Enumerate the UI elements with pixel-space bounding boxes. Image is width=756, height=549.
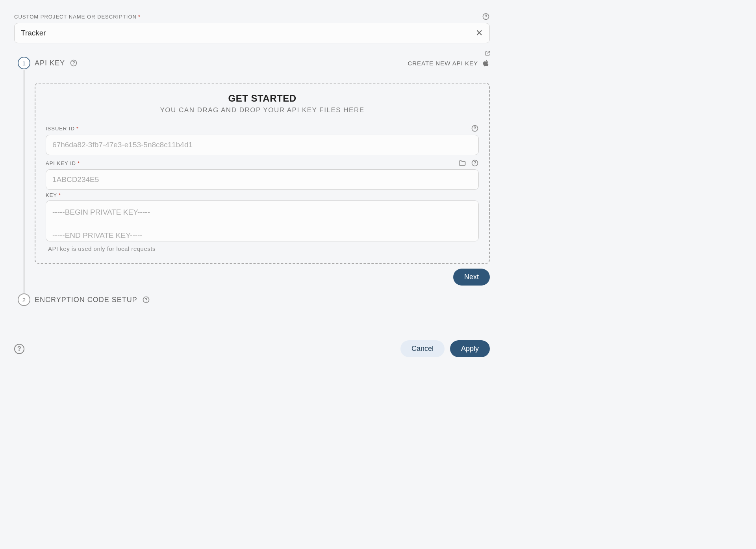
cancel-button[interactable]: Cancel [400,340,445,357]
steps-container: 1 API KEY CREATE NEW API KEY [14,57,490,314]
svg-point-9 [146,301,146,302]
apply-button[interactable]: Apply [450,340,490,357]
create-api-key-link[interactable]: CREATE NEW API KEY [408,59,490,67]
svg-point-3 [74,65,74,65]
svg-point-5 [475,130,475,130]
dialog-container: CUSTOM PROJECT NAME OR DESCRIPTION* ✕ 1 … [0,0,504,366]
step1-badge: 1 [18,57,30,69]
step2-badge: 2 [18,293,30,306]
project-name-label: CUSTOM PROJECT NAME OR DESCRIPTION* [14,14,141,20]
required-mark: * [76,126,79,132]
key-label: KEY* [46,192,61,198]
clear-icon[interactable]: ✕ [474,27,484,39]
key-hint: API key is used only for local requests [46,245,479,252]
help-icon[interactable]: ? [14,344,24,354]
external-link-icon [484,50,491,57]
help-icon[interactable] [482,13,490,20]
required-mark: * [138,14,141,20]
apple-icon [482,59,490,67]
project-name-label-row: CUSTOM PROJECT NAME OR DESCRIPTION* [14,13,490,20]
step2-title: ENCRYPTION CODE SETUP [35,296,150,304]
help-icon[interactable] [70,59,78,67]
step1-left: 1 [14,57,34,293]
step1-header: API KEY CREATE NEW API KEY [35,57,490,69]
project-name-input-wrap: ✕ [14,23,490,43]
api-key-id-input[interactable] [46,169,479,190]
help-icon[interactable] [471,124,479,132]
project-name-input[interactable] [14,23,490,43]
svg-point-1 [486,18,486,19]
dropzone-subtitle: YOU CAN DRAG AND DROP YOUR API KEY FILES… [46,106,479,114]
required-mark: * [59,192,61,198]
dialog-footer: ? Cancel Apply [14,340,490,357]
issuer-id-input[interactable] [46,135,479,155]
issuer-id-label: ISSUER ID* [46,126,79,132]
help-icon[interactable] [142,296,150,304]
api-key-id-label: API KEY ID* [46,160,80,166]
svg-point-7 [475,165,475,165]
next-button[interactable]: Next [453,269,490,286]
step-connector [24,70,24,293]
folder-icon[interactable] [458,159,466,167]
step-encryption: 2 ENCRYPTION CODE SETUP [14,293,490,314]
dropzone-title: GET STARTED [46,93,479,104]
required-mark: * [78,160,80,166]
key-textarea[interactable] [46,200,479,241]
help-icon[interactable] [471,159,479,167]
api-key-dropzone[interactable]: GET STARTED YOU CAN DRAG AND DROP YOUR A… [35,83,490,264]
step-api-key: 1 API KEY CREATE NEW API KEY [14,57,490,293]
step1-title: API KEY [35,59,78,67]
